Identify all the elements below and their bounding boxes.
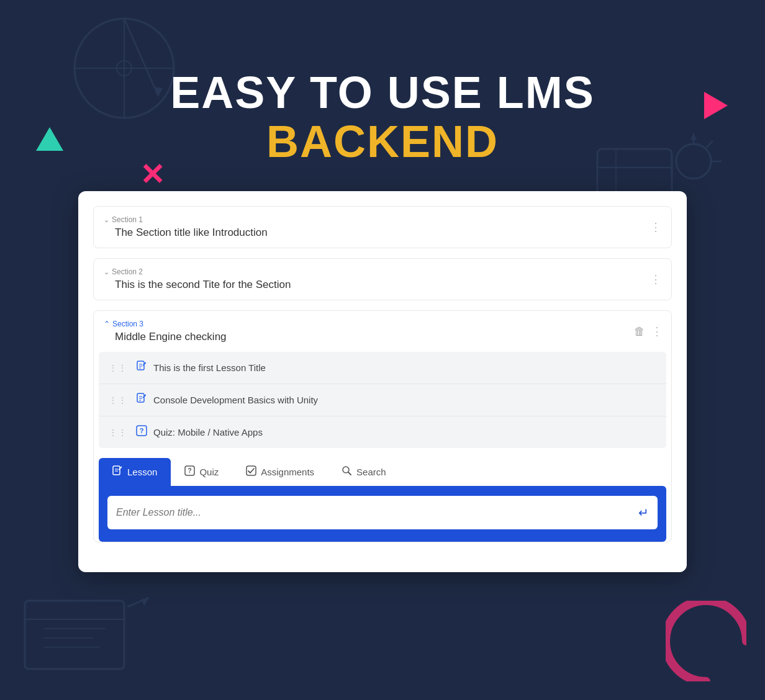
lesson-input-wrapper: ↵ [107, 496, 658, 529]
section-1-title: The Section title like Introduction [104, 227, 661, 239]
hero-section: EASY TO USE LMS BACKEND [0, 0, 765, 166]
section-3-chevron-up[interactable]: ⌃ [104, 320, 110, 328]
lesson-doc-icon-2 [136, 393, 147, 407]
section-3-title: Middle Engine checking [104, 331, 227, 343]
green-triangle-decor [36, 127, 63, 151]
drag-handle-2[interactable]: ⋮⋮ [109, 395, 127, 405]
section-1-num: Section 1 [112, 215, 143, 224]
section-3-expanded: ⌃ Section 3 Middle Engine checking 🗑 ⋮ ⋮… [93, 310, 672, 542]
section-3-actions: 🗑 ⋮ [634, 325, 663, 338]
lesson-item-1: ⋮⋮ This is the first Lesson Title [99, 352, 666, 384]
hero-line1: EASY TO USE LMS [0, 68, 765, 117]
svg-rect-14 [25, 601, 124, 669]
section-3-num: Section 3 [112, 320, 143, 328]
section-1-row: ⌄ Section 1 The Section title like Intro… [93, 206, 672, 248]
pink-arrow-decor [704, 92, 728, 119]
svg-rect-35 [113, 466, 120, 475]
hero-line2: BACKEND [0, 117, 765, 166]
lesson-input-area: ↵ [99, 486, 666, 542]
tab-quiz-icon: ? [184, 465, 195, 478]
section-2-num: Section 2 [112, 267, 143, 276]
svg-marker-20 [142, 598, 149, 606]
lesson-item-1-text: This is the first Lesson Title [153, 362, 266, 373]
section-1-label: ⌄ Section 1 [104, 215, 661, 224]
section-3-label: ⌃ Section 3 [104, 320, 143, 328]
tab-search-label: Search [356, 467, 386, 477]
tab-assignments-label: Assignments [261, 467, 314, 477]
tab-lesson-label: Lesson [127, 467, 157, 477]
tab-lesson-icon [112, 465, 123, 478]
section-2-chevron[interactable]: ⌄ [104, 268, 109, 276]
lesson-item-2-text: Console Development Basics with Unity [153, 395, 318, 405]
section-1-chevron[interactable]: ⌄ [104, 216, 109, 224]
lesson-item-3-text: Quiz: Mobile / Native Apps [153, 427, 263, 437]
tab-bar: Lesson ? Quiz Assignments [99, 458, 666, 486]
main-card: ⌄ Section 1 The Section title like Intro… [78, 191, 687, 572]
section-3-header: ⌃ Section 3 Middle Engine checking 🗑 ⋮ [94, 311, 671, 352]
section-1-dots[interactable]: ⋮ [650, 220, 663, 234]
svg-rect-42 [247, 466, 256, 475]
section-3-dots[interactable]: ⋮ [651, 325, 663, 338]
quiz-icon-1: ? [136, 425, 147, 439]
lesson-item-3: ⋮⋮ ? Quiz: Mobile / Native Apps [99, 416, 666, 448]
svg-line-19 [127, 598, 149, 607]
tab-quiz[interactable]: ? Quiz [171, 458, 232, 486]
svg-text:?: ? [140, 427, 144, 434]
enter-submit-icon[interactable]: ↵ [638, 505, 649, 520]
drag-handle-3[interactable]: ⋮⋮ [109, 428, 127, 437]
drag-handle-1[interactable]: ⋮⋮ [109, 363, 127, 373]
svg-text:?: ? [188, 467, 192, 474]
lesson-items-list: ⋮⋮ This is the first Lesson Title ⋮⋮ [99, 352, 666, 448]
lesson-title-input[interactable] [116, 496, 638, 529]
lesson-item-2: ⋮⋮ Console Development Basics with Unity [99, 384, 666, 416]
svg-line-44 [348, 472, 351, 475]
tab-quiz-label: Quiz [199, 467, 219, 477]
section-3-delete-button[interactable]: 🗑 [634, 325, 645, 338]
section-2-row: ⌄ Section 2 This is the second Tite for … [93, 258, 672, 300]
section-2-title: This is the second Tite for the Section [104, 279, 661, 291]
tab-search-icon [342, 465, 352, 478]
tab-lesson[interactable]: Lesson [99, 458, 171, 486]
tab-assignments-icon [246, 465, 256, 478]
pink-x-decor: ✕ [140, 160, 165, 190]
section-2-dots[interactable]: ⋮ [650, 272, 663, 286]
lesson-doc-icon-1 [136, 361, 147, 375]
tab-assignments[interactable]: Assignments [232, 458, 328, 486]
tab-search[interactable]: Search [328, 458, 400, 486]
section-2-label: ⌄ Section 2 [104, 267, 661, 276]
